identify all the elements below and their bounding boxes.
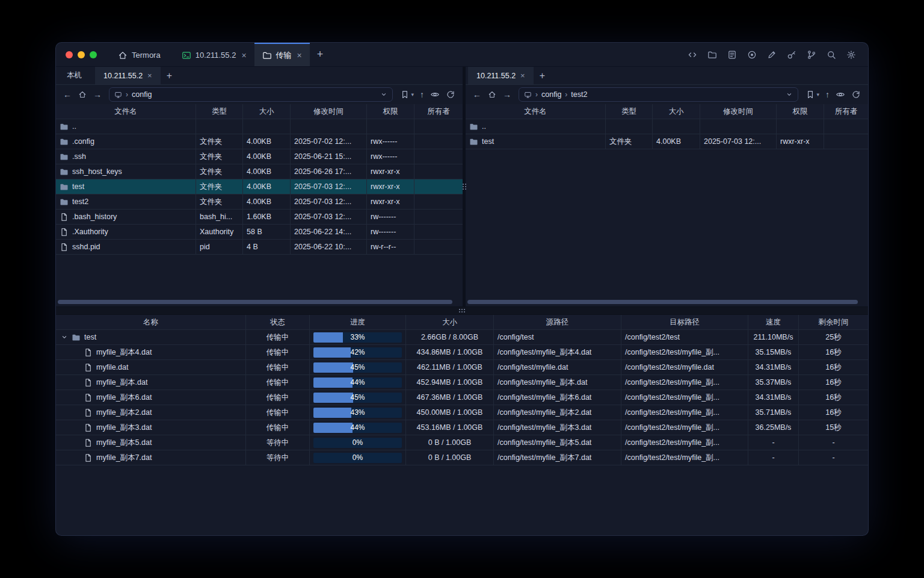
home-button[interactable]	[485, 88, 499, 101]
column-header[interactable]: 类型	[196, 104, 243, 119]
app-tab[interactable]: Termora	[110, 43, 174, 66]
tab-close-icon[interactable]: ×	[241, 51, 246, 60]
transfer-row[interactable]: myfile_副本6.dat 传输中 45% 467.36MB / 1.00GB…	[56, 390, 868, 405]
code-snippets-button[interactable]	[685, 48, 700, 62]
breadcrumb[interactable]: › test2	[565, 90, 587, 99]
column-header[interactable]: 文件名	[466, 104, 606, 119]
folders-button[interactable]	[705, 48, 719, 62]
forward-button[interactable]: →	[500, 88, 514, 101]
column-header[interactable]: 大小	[243, 104, 291, 119]
new-tab-button[interactable]: +	[310, 48, 331, 61]
bookmark-dropdown-icon[interactable]: ▾	[411, 92, 414, 98]
transfer-row[interactable]: test 传输中 33% 2.66GB / 8.00GB /config/tes…	[56, 330, 868, 345]
file-row[interactable]: .Xauthority Xauthority 58 B 2025-06-22 1…	[56, 225, 463, 240]
file-row[interactable]: .ssh 文件夹 4.00KB 2025-06-21 15:... rwx---…	[56, 149, 463, 164]
file-row[interactable]: ..	[466, 119, 868, 134]
file-row[interactable]: test2 文件夹 4.00KB 2025-07-03 12:... rwxr-…	[56, 194, 463, 210]
refresh-button[interactable]	[851, 90, 861, 99]
chevron-down-icon[interactable]	[786, 91, 793, 98]
transfer-row[interactable]: myfile_副本2.dat 传输中 43% 450.00MB / 1.00GB…	[56, 405, 868, 420]
file-row[interactable]: ..	[56, 119, 463, 134]
show-hidden-button[interactable]	[836, 90, 845, 99]
edit-button[interactable]	[765, 48, 779, 62]
scrollbar-thumb[interactable]	[58, 300, 452, 304]
file-perm-cell: rw-------	[367, 210, 414, 224]
transfer-row[interactable]: myfile_副本5.dat 等待中 0% 0 B / 1.00GB /conf…	[56, 435, 868, 450]
panel-tab-close-icon[interactable]: ×	[520, 72, 525, 79]
bookmark-button[interactable]: ▾	[400, 90, 414, 99]
app-tab[interactable]: 传输 ×	[254, 43, 310, 66]
horizontal-scrollbar[interactable]	[58, 300, 457, 304]
back-button[interactable]: ←	[61, 88, 74, 101]
panel-tab[interactable]: 本机	[58, 67, 95, 84]
column-header[interactable]: 权限	[777, 104, 824, 119]
file-row[interactable]: .config 文件夹 4.00KB 2025-07-02 12:... rwx…	[56, 134, 463, 149]
record-button[interactable]	[745, 48, 759, 62]
app-tab[interactable]: 10.211.55.2 ×	[174, 43, 254, 66]
panel-tab-close-icon[interactable]: ×	[147, 72, 152, 79]
breadcrumb[interactable]: › config	[535, 90, 561, 99]
column-header[interactable]: 目标路径	[621, 315, 748, 329]
transfer-splitter[interactable]	[56, 306, 868, 315]
column-header[interactable]: 类型	[606, 104, 653, 119]
search-button[interactable]	[824, 48, 839, 62]
column-header[interactable]: 修改时间	[700, 104, 777, 119]
transfer-row[interactable]: myfile.dat 传输中 45% 462.11MB / 1.00GB /co…	[56, 360, 868, 375]
zoom-window-button[interactable]	[90, 51, 97, 58]
refresh-button[interactable]	[446, 90, 455, 99]
show-hidden-button[interactable]	[430, 90, 440, 99]
transfer-name-cell: myfile_副本6.dat	[56, 390, 246, 405]
back-button[interactable]: ←	[470, 88, 484, 101]
bookmark-dropdown-icon[interactable]: ▾	[816, 92, 819, 98]
scrollbar-thumb[interactable]	[467, 300, 858, 304]
file-row[interactable]: ssh_host_keys 文件夹 4.00KB 2025-06-26 17:.…	[56, 164, 463, 179]
column-header[interactable]: 文件名	[56, 104, 196, 119]
file-row[interactable]: test 文件夹 4.00KB 2025-07-03 12:... rwxr-x…	[466, 134, 868, 149]
column-header[interactable]: 速度	[748, 315, 799, 329]
column-header[interactable]: 所有者	[414, 104, 463, 119]
panel-tab[interactable]: 10.211.55.2 ×	[468, 67, 534, 84]
settings-button[interactable]	[844, 48, 858, 62]
file-row[interactable]: sshd.pid pid 4 B 2025-06-22 10:... rw-r-…	[56, 240, 463, 255]
column-header[interactable]: 大小	[653, 104, 700, 119]
column-header[interactable]: 源路径	[494, 315, 621, 329]
bookmark-button[interactable]: ▾	[805, 90, 819, 99]
column-header[interactable]: 进度	[310, 315, 406, 329]
column-header[interactable]: 权限	[367, 104, 414, 119]
up-directory-button[interactable]: ↑	[420, 90, 424, 99]
log-button[interactable]	[725, 48, 739, 62]
minimize-window-button[interactable]	[78, 51, 85, 58]
transfer-row[interactable]: myfile_副本7.dat 等待中 0% 0 B / 1.00GB /conf…	[56, 450, 868, 465]
up-directory-button[interactable]: ↑	[825, 90, 830, 99]
breadcrumb-separator-icon: ›	[535, 90, 538, 99]
home-button[interactable]	[76, 88, 89, 101]
file-type-cell: 文件夹	[196, 149, 243, 164]
column-header[interactable]: 剩余时间	[799, 315, 868, 329]
horizontal-scrollbar[interactable]	[467, 300, 862, 304]
file-row[interactable]: .bash_history bash_hi... 1.60KB 2025-07-…	[56, 210, 463, 225]
breadcrumb[interactable]: › config	[126, 90, 152, 99]
transfer-row[interactable]: myfile_副本3.dat 传输中 44% 453.16MB / 1.00GB…	[56, 420, 868, 435]
path-bar[interactable]: › config	[109, 87, 393, 102]
panel-new-tab-button[interactable]: +	[161, 67, 178, 84]
transfer-row[interactable]: myfile_副本.dat 传输中 44% 452.94MB / 1.00GB …	[56, 375, 868, 390]
column-header[interactable]: 状态	[246, 315, 310, 329]
forward-button[interactable]: →	[91, 88, 104, 101]
close-window-button[interactable]	[66, 51, 73, 58]
column-header[interactable]: 所有者	[824, 104, 868, 119]
transfer-status-cell: 传输中	[246, 345, 310, 359]
path-bar[interactable]: › config › test2	[519, 87, 798, 102]
keys-button[interactable]	[784, 48, 799, 62]
transfer-row[interactable]: myfile_副本4.dat 传输中 42% 434.86MB / 1.00GB…	[56, 345, 868, 360]
branch-button[interactable]	[804, 48, 819, 62]
file-row[interactable]: test 文件夹 4.00KB 2025-07-03 12:... rwxr-x…	[56, 179, 463, 194]
transfer-eta-cell: 15秒	[799, 420, 868, 435]
tab-close-icon[interactable]: ×	[297, 51, 302, 60]
column-header[interactable]: 名称	[56, 315, 246, 329]
panel-new-tab-button[interactable]: +	[534, 67, 551, 84]
expand-chevron-icon[interactable]	[61, 334, 68, 341]
chevron-down-icon[interactable]	[380, 91, 387, 98]
panel-tab[interactable]: 10.211.55.2 ×	[95, 67, 161, 84]
column-header[interactable]: 大小	[406, 315, 494, 329]
column-header[interactable]: 修改时间	[291, 104, 367, 119]
